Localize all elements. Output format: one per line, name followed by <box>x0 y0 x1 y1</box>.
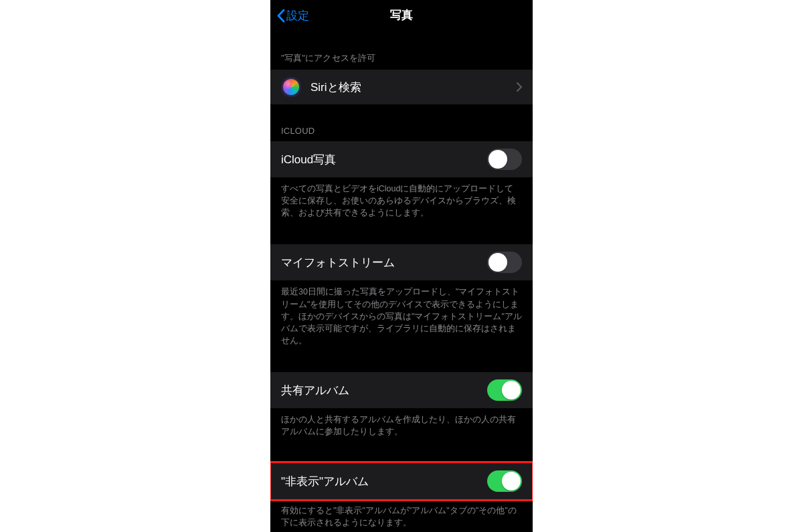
back-label: 設定 <box>286 8 309 23</box>
spacer <box>270 443 533 463</box>
spacer <box>270 352 533 372</box>
toggle-hidden-album[interactable] <box>487 470 522 492</box>
note-icloud-photos: すべての写真とビデオをiCloudに自動的にアップロードして安全に保存し、お使い… <box>270 177 533 224</box>
siri-icon <box>281 77 301 97</box>
page-title: 写真 <box>390 7 413 23</box>
row-label: "非表示"アルバム <box>281 474 487 489</box>
settings-content[interactable]: "写真"にアクセスを許可 Siriと検索 ICLOUD iCloud写真 すべて… <box>270 31 533 532</box>
phone-frame: 設定 写真 "写真"にアクセスを許可 Siriと検索 ICLOUD iCloud… <box>270 0 533 532</box>
row-photo-stream: マイフォトストリーム <box>270 244 533 280</box>
toggle-photo-stream[interactable] <box>487 252 522 273</box>
nav-bar: 設定 写真 <box>270 0 533 31</box>
section-header-icloud: ICLOUD <box>270 104 533 141</box>
spacer <box>270 224 533 244</box>
row-icloud-photos: iCloud写真 <box>270 141 533 177</box>
row-label: iCloud写真 <box>281 152 487 167</box>
row-hidden-album: "非表示"アルバム <box>270 463 533 499</box>
chevron-right-icon <box>517 82 522 92</box>
row-label: Siriと検索 <box>310 80 517 95</box>
annotation-highlight: "非表示"アルバム <box>270 463 533 499</box>
row-shared-albums: 共有アルバム <box>270 372 533 408</box>
toggle-shared-albums[interactable] <box>487 379 522 401</box>
back-button[interactable]: 設定 <box>274 0 309 31</box>
section-header-access: "写真"にアクセスを許可 <box>270 31 533 70</box>
note-shared-albums: ほかの人と共有するアルバムを作成したり、ほかの人の共有アルバムに参加したりします… <box>270 408 533 443</box>
row-label: 共有アルバム <box>281 383 487 398</box>
row-label: マイフォトストリーム <box>281 255 487 270</box>
row-siri-search[interactable]: Siriと検索 <box>270 70 533 104</box>
note-hidden-album: 有効にすると"非表示"アルバムが"アルバム"タブの"その他"の下に表示されるよう… <box>270 499 533 532</box>
note-photo-stream: 最近30日間に撮った写真をアップロードし、"マイフォトストリーム"を使用してその… <box>270 280 533 352</box>
chevron-left-icon <box>274 9 286 21</box>
toggle-icloud-photos[interactable] <box>487 149 522 170</box>
